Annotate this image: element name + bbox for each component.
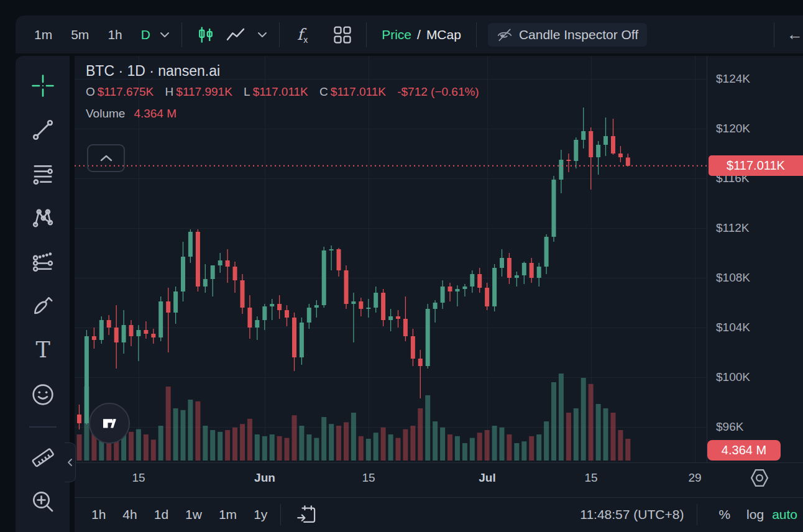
toolbar-separator [476,22,477,47]
price-axis-label: $108K [716,271,750,285]
volume-label: Volume [86,107,125,120]
style-dropdown-chevron[interactable] [257,31,268,39]
time-axis[interactable]: 15Jun15Jul1529 [75,462,707,497]
volume-value-label: 4.364 M [707,440,781,461]
price-mcap-slash: / [417,27,421,42]
symbol-title: BTC · 1D · nansen.ai [86,63,482,80]
interval-1m[interactable]: 1m [34,27,52,42]
price-axis-label: $112K [716,221,750,235]
volume-value: 4.364 M [134,107,177,120]
sidebar-divider [29,426,57,428]
open-label: O [86,85,95,98]
toolbar-separator [697,504,697,525]
time-axis-label: Jun [254,471,275,485]
range-4h[interactable]: 4h [122,507,137,522]
emoji-tool[interactable] [29,381,57,408]
interval-dropdown-chevron[interactable] [159,31,170,39]
low-value: $117.011K [253,85,308,98]
range-1d[interactable]: 1d [154,507,168,522]
trading-chart-app: 1m5m1hD fx Price [0,0,803,532]
svg-text:T: T [35,339,50,362]
open-value: $117.675K [98,85,154,98]
price-axis-label: $120K [716,122,750,135]
log-scale-toggle[interactable]: log [746,507,764,522]
price-axis-label: $124K [716,72,750,86]
layout-grid-icon[interactable] [330,22,355,47]
toolbar-separator [366,22,367,47]
forecast-tool[interactable] [29,249,57,276]
low-label: L [244,85,250,98]
interval-5m[interactable]: 5m [71,27,89,42]
change-value: -$712 (−0.61%) [397,85,479,98]
axis-settings-gear-icon[interactable] [748,467,771,491]
time-axis-label: Jul [479,471,495,485]
tradingview-logo[interactable] [89,403,130,444]
range-1y[interactable]: 1y [254,507,267,522]
close-label: C [319,85,328,98]
text-tool[interactable]: T [29,337,57,364]
toolbar-separator [774,22,774,47]
interval-switcher: 1m5m1hD [34,27,150,42]
bottom-toolbar-right: 11:48:57 (UTC+8) % log auto [580,497,799,532]
time-axis-label: 29 [688,471,701,485]
candle-inspector-label: Candle Inspector Off [519,27,638,42]
toolbar-separator [279,22,280,47]
line-style-icon[interactable] [223,22,248,47]
time-axis-label: 15 [362,471,375,485]
volume-row: Volume4.364 M [86,107,482,121]
range-1h[interactable]: 1h [91,507,106,522]
price-mcap-toggle: Price / MCap [382,27,461,42]
candlestick-style-icon[interactable] [193,22,218,47]
high-label: H [165,85,174,98]
go-to-date-icon[interactable] [294,502,319,527]
price-axis[interactable]: $124K$120K$116K$112K$108K$104K$100K$96K [707,56,803,462]
mcap-toggle[interactable]: MCap [426,27,461,42]
price-toggle[interactable]: Price [382,27,411,42]
indicators-fx-icon[interactable]: fx [297,25,308,44]
price-axis-label: $100K [716,370,750,384]
interval-d[interactable]: D [141,27,150,42]
time-axis-label: 15 [132,471,145,485]
range-1w[interactable]: 1w [185,507,202,522]
high-value: $117.991K [176,85,232,98]
drawing-toolbar: T [16,56,70,532]
xabcd-pattern-tool[interactable] [29,204,57,232]
trendline-tool[interactable] [29,116,57,144]
legend-collapse-button[interactable] [87,144,125,172]
crosshair-tool[interactable] [29,72,57,99]
sidebar-collapse-tab[interactable] [65,443,76,482]
back-arrow-icon[interactable]: ← [787,25,803,44]
brush-tool[interactable] [29,293,57,320]
toolbar-separator [280,504,281,525]
clock-timezone[interactable]: 11:48:57 (UTC+8) [580,507,684,522]
time-axis-label: 15 [584,471,597,485]
ohlc-row: O$117.675K H$117.991K L$117.011K C$117.0… [86,85,482,99]
range-1m[interactable]: 1m [219,507,237,522]
last-price-label: $117.011K [709,155,803,176]
zoom-in-tool[interactable] [29,488,57,515]
range-switcher: 1h4h1d1w1m1y [91,507,267,522]
toolbar-separator [181,22,182,47]
candle-inspector-toggle[interactable]: Candle Inspector Off [488,23,647,47]
interval-1h[interactable]: 1h [108,27,122,42]
eye-off-icon [497,27,513,42]
fib-retracement-tool[interactable] [29,160,57,188]
top-toolbar: 1m5m1hD fx Price [16,16,803,53]
percent-scale-toggle[interactable]: % [718,507,730,522]
price-axis-label: $104K [716,321,750,334]
auto-scale-toggle[interactable]: auto [772,507,797,522]
bottom-toolbar-left: 1h4h1d1w1m1y [91,497,319,532]
close-value: $117.011K [331,85,386,98]
chart-legend: BTC · 1D · nansen.ai O$117.675K H$117.99… [86,63,482,121]
measure-tool[interactable] [29,444,57,471]
price-axis-label: $96K [716,420,743,434]
